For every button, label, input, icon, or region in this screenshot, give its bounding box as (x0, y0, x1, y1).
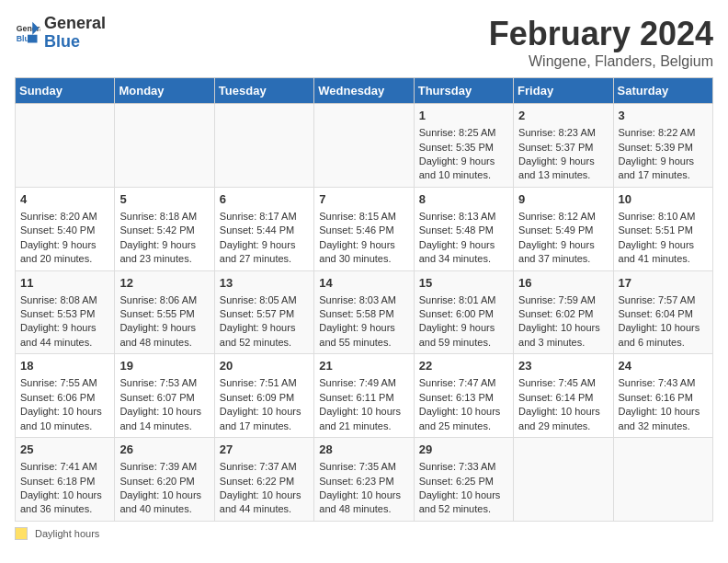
calendar-cell: 8Sunrise: 8:13 AM Sunset: 5:48 PM Daylig… (414, 187, 513, 270)
calendar-cell: 16Sunrise: 7:59 AM Sunset: 6:02 PM Dayli… (514, 270, 613, 354)
calendar-cell: 17Sunrise: 7:57 AM Sunset: 6:04 PM Dayli… (613, 270, 712, 354)
logo-blue: Blue (44, 33, 106, 52)
main-title: February 2024 (489, 15, 713, 53)
day-number: 7 (319, 191, 408, 208)
day-info: Sunrise: 7:49 AM Sunset: 6:11 PM Dayligh… (319, 376, 408, 433)
logo: General Blue General Blue (15, 15, 106, 52)
calendar-cell: 23Sunrise: 7:45 AM Sunset: 6:14 PM Dayli… (514, 354, 613, 438)
day-number: 2 (518, 108, 608, 124)
logo-general: General (44, 15, 106, 33)
calendar-cell: 24Sunrise: 7:43 AM Sunset: 6:16 PM Dayli… (613, 354, 712, 438)
day-info: Sunrise: 7:45 AM Sunset: 6:14 PM Dayligh… (518, 376, 608, 433)
calendar-cell: 20Sunrise: 7:51 AM Sunset: 6:09 PM Dayli… (214, 354, 313, 438)
calendar-week-4: 18Sunrise: 7:55 AM Sunset: 6:06 PM Dayli… (16, 354, 713, 438)
day-info: Sunrise: 8:23 AM Sunset: 5:37 PM Dayligh… (518, 126, 608, 183)
day-info: Sunrise: 8:25 AM Sunset: 5:35 PM Dayligh… (419, 126, 508, 183)
calendar-cell (16, 104, 115, 188)
calendar-cell: 7Sunrise: 8:15 AM Sunset: 5:46 PM Daylig… (314, 187, 414, 270)
title-area: February 2024 Wingene, Flanders, Belgium (489, 15, 713, 70)
day-number: 19 (119, 358, 209, 374)
day-info: Sunrise: 8:20 AM Sunset: 5:40 PM Dayligh… (20, 210, 109, 267)
day-info: Sunrise: 7:47 AM Sunset: 6:13 PM Dayligh… (419, 376, 508, 433)
calendar-cell (613, 438, 712, 522)
calendar-cell: 13Sunrise: 8:05 AM Sunset: 5:57 PM Dayli… (214, 270, 313, 354)
calendar-cell: 29Sunrise: 7:33 AM Sunset: 6:25 PM Dayli… (414, 438, 513, 522)
calendar-col-thursday: Thursday (414, 78, 513, 104)
day-number: 5 (119, 191, 209, 208)
day-number: 17 (619, 275, 708, 292)
calendar-cell: 25Sunrise: 7:41 AM Sunset: 6:18 PM Dayli… (16, 438, 115, 522)
day-info: Sunrise: 8:15 AM Sunset: 5:46 PM Dayligh… (319, 210, 408, 267)
day-info: Sunrise: 7:57 AM Sunset: 6:04 PM Dayligh… (619, 293, 708, 350)
day-info: Sunrise: 8:10 AM Sunset: 5:51 PM Dayligh… (619, 210, 708, 267)
day-info: Sunrise: 8:17 AM Sunset: 5:44 PM Dayligh… (220, 210, 309, 267)
calendar-cell: 3Sunrise: 8:22 AM Sunset: 5:39 PM Daylig… (613, 104, 712, 188)
calendar-cell: 15Sunrise: 8:01 AM Sunset: 6:00 PM Dayli… (414, 270, 513, 354)
day-number: 8 (419, 191, 508, 208)
calendar-cell (115, 104, 214, 188)
sub-title: Wingene, Flanders, Belgium (489, 53, 713, 70)
calendar-col-saturday: Saturday (613, 78, 712, 104)
calendar-cell: 12Sunrise: 8:06 AM Sunset: 5:55 PM Dayli… (115, 270, 214, 354)
day-number: 1 (419, 108, 508, 124)
day-number: 22 (419, 358, 508, 374)
day-info: Sunrise: 7:33 AM Sunset: 6:25 PM Dayligh… (419, 460, 508, 517)
day-info: Sunrise: 7:51 AM Sunset: 6:09 PM Dayligh… (220, 376, 309, 433)
calendar-col-friday: Friday (514, 78, 613, 104)
calendar-cell: 2Sunrise: 8:23 AM Sunset: 5:37 PM Daylig… (514, 104, 613, 188)
day-info: Sunrise: 8:08 AM Sunset: 5:53 PM Dayligh… (20, 293, 109, 350)
calendar-col-monday: Monday (115, 78, 214, 104)
day-number: 26 (119, 442, 209, 458)
calendar-week-5: 25Sunrise: 7:41 AM Sunset: 6:18 PM Dayli… (16, 438, 713, 522)
day-number: 14 (319, 275, 408, 292)
calendar-cell: 22Sunrise: 7:47 AM Sunset: 6:13 PM Dayli… (414, 354, 513, 438)
day-number: 10 (619, 191, 708, 208)
day-number: 28 (319, 442, 408, 458)
header: General Blue General Blue February 2024 … (15, 15, 713, 70)
day-number: 18 (20, 358, 109, 374)
day-info: Sunrise: 8:06 AM Sunset: 5:55 PM Dayligh… (119, 293, 209, 350)
day-info: Sunrise: 8:03 AM Sunset: 5:58 PM Dayligh… (319, 293, 408, 350)
calendar-week-3: 11Sunrise: 8:08 AM Sunset: 5:53 PM Dayli… (16, 270, 713, 354)
calendar-week-1: 1Sunrise: 8:25 AM Sunset: 5:35 PM Daylig… (16, 104, 713, 188)
day-number: 9 (518, 191, 608, 208)
day-number: 20 (220, 358, 309, 374)
calendar-cell: 4Sunrise: 8:20 AM Sunset: 5:40 PM Daylig… (16, 187, 115, 270)
day-number: 11 (20, 275, 109, 292)
calendar-cell: 19Sunrise: 7:53 AM Sunset: 6:07 PM Dayli… (115, 354, 214, 438)
day-number: 15 (419, 275, 508, 292)
calendar-cell (314, 104, 414, 188)
day-info: Sunrise: 7:53 AM Sunset: 6:07 PM Dayligh… (119, 376, 209, 433)
day-info: Sunrise: 7:41 AM Sunset: 6:18 PM Dayligh… (20, 460, 109, 517)
calendar-col-wednesday: Wednesday (314, 78, 414, 104)
calendar-cell: 26Sunrise: 7:39 AM Sunset: 6:20 PM Dayli… (115, 438, 214, 522)
calendar-cell: 21Sunrise: 7:49 AM Sunset: 6:11 PM Dayli… (314, 354, 414, 438)
calendar-cell: 10Sunrise: 8:10 AM Sunset: 5:51 PM Dayli… (613, 187, 712, 270)
day-info: Sunrise: 7:43 AM Sunset: 6:16 PM Dayligh… (619, 376, 708, 433)
calendar-cell (514, 438, 613, 522)
day-number: 6 (220, 191, 309, 208)
calendar-cell (214, 104, 313, 188)
day-number: 16 (518, 275, 608, 292)
calendar-cell: 9Sunrise: 8:12 AM Sunset: 5:49 PM Daylig… (514, 187, 613, 270)
daylight-box-icon (15, 527, 28, 540)
day-number: 23 (518, 358, 608, 374)
day-info: Sunrise: 7:55 AM Sunset: 6:06 PM Dayligh… (20, 376, 109, 433)
day-info: Sunrise: 7:59 AM Sunset: 6:02 PM Dayligh… (518, 293, 608, 350)
day-info: Sunrise: 8:01 AM Sunset: 6:00 PM Dayligh… (419, 293, 508, 350)
logo-icon: General Blue (15, 20, 40, 46)
calendar-col-tuesday: Tuesday (214, 78, 313, 104)
calendar-header-row: SundayMondayTuesdayWednesdayThursdayFrid… (16, 78, 713, 104)
day-number: 3 (619, 108, 708, 124)
day-number: 13 (220, 275, 309, 292)
day-info: Sunrise: 8:13 AM Sunset: 5:48 PM Dayligh… (419, 210, 508, 267)
calendar-cell: 1Sunrise: 8:25 AM Sunset: 5:35 PM Daylig… (414, 104, 513, 188)
calendar-cell: 28Sunrise: 7:35 AM Sunset: 6:23 PM Dayli… (314, 438, 414, 522)
calendar-cell: 14Sunrise: 8:03 AM Sunset: 5:58 PM Dayli… (314, 270, 414, 354)
day-info: Sunrise: 8:22 AM Sunset: 5:39 PM Dayligh… (619, 126, 708, 183)
day-number: 29 (419, 442, 508, 458)
day-number: 4 (20, 191, 109, 208)
day-number: 12 (119, 275, 209, 292)
calendar-col-sunday: Sunday (16, 78, 115, 104)
day-number: 27 (220, 442, 309, 458)
